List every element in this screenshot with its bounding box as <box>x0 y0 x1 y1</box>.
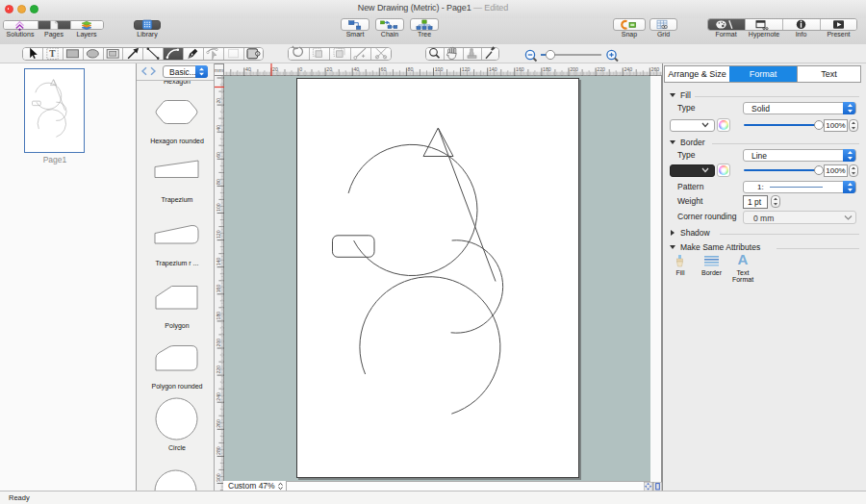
svg-text:140: 140 <box>489 66 497 72</box>
svg-text:240: 240 <box>624 66 632 72</box>
svg-text:220: 220 <box>216 365 221 374</box>
svg-text:Trapezium r ...: Trapezium r ... <box>156 260 199 267</box>
svg-text:120: 120 <box>216 230 221 239</box>
svg-text:20: 20 <box>216 98 221 104</box>
svg-text:40: 40 <box>245 66 251 72</box>
svg-text:260: 260 <box>216 419 221 428</box>
svg-text:Trapezium: Trapezium <box>162 196 193 204</box>
svg-text:100: 100 <box>216 203 221 212</box>
svg-text:80: 80 <box>216 179 221 185</box>
svg-text:0: 0 <box>299 66 302 72</box>
svg-text:80: 80 <box>408 66 414 72</box>
svg-text:20: 20 <box>326 66 332 72</box>
svg-text:20: 20 <box>272 66 278 72</box>
svg-text:40: 40 <box>353 66 359 72</box>
svg-text:280: 280 <box>216 446 221 455</box>
svg-text:Circle: Circle <box>168 444 186 451</box>
svg-text:160: 160 <box>516 66 524 72</box>
svg-text:180: 180 <box>543 66 551 72</box>
svg-text:Polygon rounded: Polygon rounded <box>152 383 203 391</box>
svg-text:60: 60 <box>381 66 387 72</box>
svg-text:200: 200 <box>216 339 221 347</box>
svg-text:240: 240 <box>216 392 221 401</box>
svg-text:220: 220 <box>597 66 605 72</box>
svg-text:Polygon: Polygon <box>165 322 189 330</box>
svg-text:Hexagon rounded: Hexagon rounded <box>150 138 204 145</box>
svg-text:180: 180 <box>216 312 221 320</box>
svg-text:200: 200 <box>570 66 578 72</box>
svg-text:60: 60 <box>216 152 221 158</box>
svg-text:40: 40 <box>216 125 221 131</box>
svg-text:300: 300 <box>216 473 221 482</box>
svg-text:260: 260 <box>651 66 660 72</box>
svg-text:140: 140 <box>216 257 221 265</box>
svg-text:160: 160 <box>216 285 221 293</box>
svg-text:100: 100 <box>435 66 444 72</box>
svg-text:120: 120 <box>462 66 471 72</box>
